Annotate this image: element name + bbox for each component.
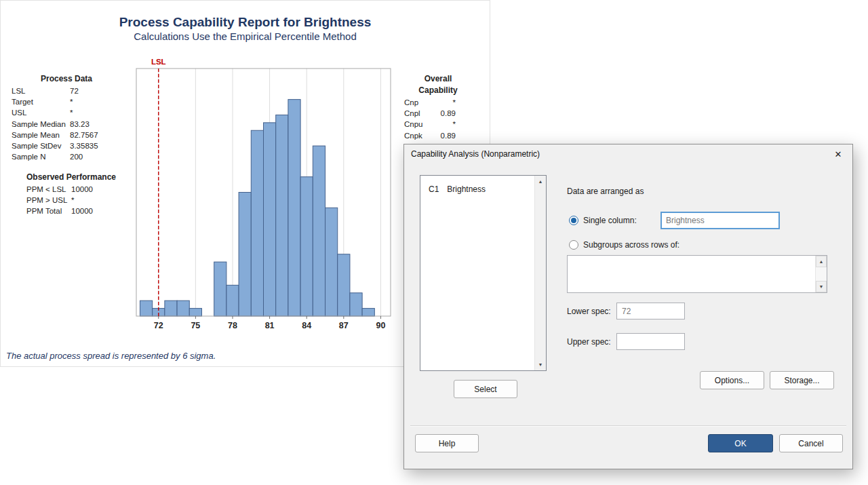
histogram-bar — [300, 177, 313, 316]
capability-analysis-dialog: Capability Analysis (Nonparametric) ✕ C1… — [403, 144, 853, 469]
tick-label: 81 — [265, 321, 275, 330]
tick-label: 72 — [154, 321, 163, 330]
observed-performance-title: Observed Performance — [12, 172, 131, 183]
screen: Process Capability Report for Brightness… — [0, 0, 868, 485]
storage-button[interactable]: Storage... — [770, 371, 834, 389]
report-title: Process Capability Report for Brightness — [1, 15, 490, 30]
report-subtitle: Calculations Use the Empirical Percentil… — [1, 31, 490, 42]
stat-label: Sample Median — [12, 119, 70, 130]
stat-value: 72 — [70, 85, 121, 96]
stat-label: Sample StDev — [12, 140, 70, 151]
subgroups-radio-row[interactable]: Subgroups across rows of: — [569, 240, 679, 250]
dialog-title: Capability Analysis (Nonparametric) — [404, 149, 540, 159]
stat-row: Cnpu* — [404, 119, 472, 130]
histogram-bar — [350, 293, 362, 316]
scroll-up-button[interactable]: ▲ — [816, 256, 827, 267]
stat-value: 3.35835 — [70, 140, 121, 151]
observed-performance-panel: Observed Performance PPM < LSL10000PPM >… — [12, 172, 131, 217]
column-id: C1 — [429, 185, 439, 194]
dialog-titlebar[interactable]: Capability Analysis (Nonparametric) ✕ — [404, 144, 852, 163]
stat-row: PPM > USL* — [12, 195, 131, 206]
single-column-radio[interactable] — [569, 216, 578, 225]
stat-row: Cnp* — [404, 97, 472, 108]
ok-button[interactable]: OK — [708, 434, 773, 452]
upper-spec-input[interactable] — [616, 333, 685, 350]
overall-capability-rows: Cnp*Cnpl0.89Cnpu*Cnpk0.89 — [404, 97, 472, 141]
stat-row: Target* — [12, 96, 121, 107]
stat-value: * — [71, 195, 131, 206]
stat-label: USL — [12, 107, 70, 118]
histogram-bar — [326, 208, 338, 316]
report-footnote: The actual process spread is represented… — [6, 351, 216, 361]
help-button[interactable]: Help — [415, 434, 479, 452]
stat-label: LSL — [12, 85, 70, 96]
stat-row: LSL72 — [12, 85, 121, 96]
stat-row: PPM < LSL10000 — [12, 184, 131, 195]
histogram-bar — [214, 262, 226, 316]
stat-value: 200 — [70, 151, 121, 162]
subgroups-input[interactable]: ▲ ▼ — [567, 255, 827, 293]
stat-label: Sample N — [12, 151, 70, 162]
histogram-bar — [239, 193, 251, 317]
histogram-bar — [264, 123, 276, 316]
column-name: Brightness — [447, 185, 486, 194]
stat-label: Target — [12, 96, 70, 107]
scroll-down-button[interactable]: ▼ — [535, 359, 546, 370]
tick-label: 84 — [302, 321, 311, 330]
scroll-down-icon: ▼ — [819, 284, 824, 289]
lower-spec-input[interactable] — [616, 303, 685, 319]
process-data-rows: LSL72Target*USL*Sample Median83.23Sample… — [12, 85, 121, 162]
histogram-bar — [313, 146, 325, 316]
capability-histogram: LSL72757881848790 — [133, 58, 401, 330]
stat-value: 0.89 — [433, 108, 456, 119]
overall-capability-title: Overall Capability — [404, 73, 472, 96]
stat-value: 82.7567 — [70, 130, 121, 140]
stat-row: USL* — [12, 107, 121, 118]
stat-label: PPM < LSL — [12, 184, 71, 195]
single-column-input[interactable] — [660, 212, 780, 229]
lsl-label: LSL — [151, 58, 166, 66]
select-button[interactable]: Select — [454, 380, 517, 398]
column-listbox[interactable]: C1Brightness ▲ ▼ — [420, 175, 547, 371]
options-button[interactable]: Options... — [700, 371, 764, 389]
stat-row: Cnpl0.89 — [404, 108, 472, 119]
scroll-up-button[interactable]: ▲ — [535, 176, 546, 187]
stat-row: Sample StDev3.35835 — [12, 140, 121, 151]
close-icon: ✕ — [835, 149, 842, 159]
stat-row: Cnpk0.89 — [404, 130, 472, 141]
stat-label: PPM > USL — [12, 195, 71, 206]
stat-row: Sample Mean82.7567 — [12, 130, 121, 140]
process-data-panel: Process Data LSL72Target*USL*Sample Medi… — [12, 73, 121, 162]
data-arranged-label: Data are arranged as — [567, 187, 644, 196]
single-column-radio-row[interactable]: Single column: — [569, 216, 637, 225]
listbox-scrollbar[interactable]: ▲ ▼ — [534, 176, 546, 370]
column-list: C1Brightness — [420, 176, 534, 370]
process-data-title: Process Data — [12, 73, 121, 85]
histogram-bar — [338, 254, 350, 316]
overall-capability-panel: Overall Capability Cnp*Cnpl0.89Cnpu*Cnpk… — [404, 73, 472, 141]
subgroups-radio[interactable] — [569, 240, 578, 250]
histogram-bar — [288, 100, 300, 316]
subgroups-label: Subgroups across rows of: — [583, 240, 679, 250]
stat-row: PPM Total10000 — [12, 206, 131, 216]
histogram-bar — [177, 300, 189, 316]
close-button[interactable]: ✕ — [824, 144, 852, 163]
stat-value: 10000 — [71, 184, 131, 195]
stat-label: Cnpu — [404, 119, 433, 130]
single-column-label: Single column: — [583, 216, 637, 225]
stat-value: 10000 — [71, 206, 131, 216]
tick-label: 90 — [376, 321, 385, 330]
observed-performance-rows: PPM < LSL10000PPM > USL*PPM Total10000 — [12, 184, 131, 217]
cancel-button[interactable]: Cancel — [779, 434, 843, 452]
stat-label: PPM Total — [12, 206, 71, 216]
stat-label: Sample Mean — [12, 130, 70, 140]
histogram-bar — [189, 309, 201, 316]
stat-row: Sample N200 — [12, 151, 121, 162]
lower-spec-label: Lower spec: — [567, 307, 611, 316]
column-list-item[interactable]: C1Brightness — [429, 182, 534, 196]
stat-value: * — [433, 119, 456, 130]
footer-separator — [410, 425, 846, 426]
scroll-up-icon: ▲ — [538, 179, 543, 184]
subgroups-scrollbar[interactable]: ▲ ▼ — [815, 256, 827, 292]
scroll-down-button[interactable]: ▼ — [816, 281, 827, 292]
